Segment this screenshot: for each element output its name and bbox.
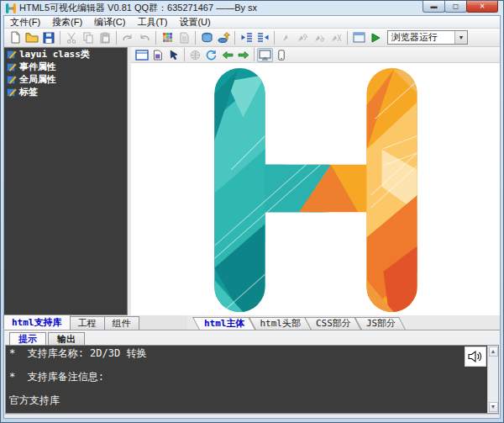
scroll-up-icon[interactable]: ▲ [489,346,498,357]
redo-button[interactable] [119,30,136,45]
mobile-view-button[interactable] [273,48,289,62]
run-play-icon [370,33,381,43]
tree-item-label: 标签 [19,86,38,98]
design-toolbar [131,47,500,63]
globe-button[interactable] [187,48,203,62]
format-button-4[interactable] [328,30,344,45]
save-button[interactable] [40,30,57,45]
panel-tab-strip: 提示 输出 [4,330,500,345]
minimize-button[interactable]: ▬ [423,1,445,13]
refresh-icon [206,50,217,61]
undo-icon [139,33,150,43]
deploy-button[interactable] [215,30,232,45]
menu-file[interactable]: 文件(F) [4,16,46,29]
format-button-1[interactable] [277,30,294,45]
tree-item-label: 事件属性 [19,61,56,73]
workspace: layui class类 事件属性 全局属性 [4,47,500,315]
output-scrollbar[interactable]: ▲ ▼ [487,346,498,413]
tab-hints[interactable]: 提示 [9,332,46,345]
tab-output[interactable]: 输出 [48,332,85,345]
indent-right-button[interactable] [255,30,271,45]
close-button[interactable]: ✕ [466,1,498,13]
minimize-icon: ▬ [431,3,438,10]
tab-html-support-lib[interactable]: html支持库 [3,315,71,330]
menu-tools[interactable]: 工具(T) [131,16,173,29]
toolbar: 浏览器运行 ▼ [4,29,500,47]
format-icon [297,33,308,43]
speaker-button[interactable] [465,346,486,367]
element-tool-icon [169,50,179,60]
menu-compile[interactable]: 编译(C) [88,16,131,29]
toolbar-separator [116,31,117,45]
tab-js-section[interactable]: JS部分 [361,317,406,330]
undo-button[interactable] [136,30,153,45]
copy-icon [82,32,94,44]
refresh-button[interactable] [203,48,219,62]
desktop-view-icon [259,50,271,61]
tab-html-head[interactable]: html头部 [255,317,312,330]
component-edit-icon [7,50,17,59]
window-controls: ▬ ▢ ✕ [423,1,498,13]
run-button[interactable] [367,30,384,45]
palette-icon [162,32,173,43]
back-arrow-icon [222,50,234,60]
format-button-3[interactable] [311,30,328,45]
tree-item-event-attrs[interactable]: 事件属性 [4,61,127,73]
paste-button[interactable] [97,30,113,45]
compile-button[interactable] [198,30,215,45]
tree-item-global-attrs[interactable]: 全局属性 [4,73,127,86]
app-logo-icon [6,3,16,13]
toolbar-separator [155,31,156,45]
window-title: HTML5可视化编辑器 V0.81 QQ群：635271467 ——By sx [19,2,257,14]
document-icon [179,32,190,44]
back-button[interactable] [219,48,235,62]
tab-project[interactable]: 工程 [70,316,105,330]
copy-button[interactable] [80,30,97,45]
preview-window-icon [353,32,365,43]
forward-button[interactable] [235,48,251,62]
browser-preview-button[interactable] [134,48,150,62]
forward-arrow-icon [238,50,249,60]
run-mode-dropdown[interactable]: 浏览器运行 ▼ [387,30,468,45]
run-mode-value: 浏览器运行 [388,31,454,44]
tab-html-body[interactable]: html主体 [199,317,255,330]
output-line: * 支持库备注信息: [9,371,104,383]
open-button[interactable] [24,30,40,45]
maximize-button[interactable]: ▢ [444,1,467,13]
menu-search[interactable]: 搜索(F) [46,16,88,29]
support-library-tree: layui class类 事件属性 全局属性 [4,47,128,315]
cut-button[interactable] [63,30,80,45]
redo-icon [122,33,134,43]
browser-icon [135,50,149,61]
format-icon [281,33,291,43]
format-icon [313,33,325,43]
save-icon [43,32,55,44]
compile-icon [201,32,213,44]
scroll-down-icon[interactable]: ▼ [489,402,498,412]
tree-item-layui-class[interactable]: layui class类 [4,48,127,61]
document-button[interactable] [176,30,192,45]
output-log[interactable]: * 支持库名称: 2D/3D 转换 * 支持库备注信息: 官方支持库 [6,346,487,413]
design-canvas[interactable] [131,63,500,315]
menu-settings[interactable]: 设置(U) [173,16,216,29]
speaker-icon [468,350,483,363]
palette-button[interactable] [159,30,176,45]
left-tab-strip: html支持库 工程 组件 [4,315,187,330]
open-folder-icon [25,31,39,44]
preview-window-button[interactable] [350,30,367,45]
new-file-button[interactable] [7,30,24,45]
indent-left-button[interactable] [238,30,255,45]
tree-item-tags[interactable]: 标签 [4,86,127,98]
indent-right-icon [257,32,270,43]
element-tool-button[interactable] [165,48,181,62]
output-line: 官方支持库 [9,394,60,406]
html-file-button[interactable] [150,48,165,62]
app-window: HTML5可视化编辑器 V0.81 QQ群：635271467 ——By sx … [0,0,504,423]
toolbar-separator [274,31,275,45]
component-edit-icon [7,87,17,97]
toolbar-separator [234,31,235,45]
format-button-2[interactable] [294,30,311,45]
desktop-view-button[interactable] [257,48,273,62]
tab-components[interactable]: 组件 [104,316,139,330]
tab-css-section[interactable]: CSS部分 [311,317,361,330]
